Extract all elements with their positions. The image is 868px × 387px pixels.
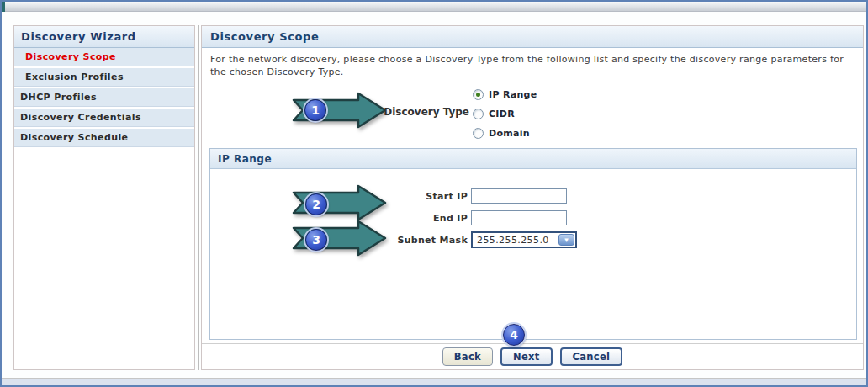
- radio-cidr-label: CIDR: [489, 109, 515, 119]
- panel-divider: [198, 25, 199, 370]
- sidebar-item-discovery-schedule[interactable]: Discovery Schedule: [14, 129, 194, 147]
- radio-option-ip-range[interactable]: IP Range: [473, 85, 537, 104]
- end-ip-input[interactable]: [471, 210, 567, 225]
- sidebar-item-discovery-credentials[interactable]: Discovery Credentials: [14, 109, 194, 127]
- dropdown-arrow-icon[interactable]: ▾: [558, 234, 574, 246]
- next-button[interactable]: Next: [500, 347, 553, 366]
- radio-ip-range-label: IP Range: [489, 89, 537, 100]
- start-ip-label: Start IP: [210, 191, 468, 202]
- radio-cidr-icon[interactable]: [473, 109, 484, 119]
- page-title: Discovery Scope: [202, 26, 863, 48]
- sidebar-item-dhcp-profiles[interactable]: DHCP Profiles: [14, 88, 194, 107]
- subnet-mask-select[interactable]: 255.255.255.0 ▾: [471, 231, 577, 248]
- corner-mark: [2, 2, 5, 12]
- sidebar-item-exclusion-profiles[interactable]: Exclusion Profiles: [14, 68, 194, 87]
- subnet-mask-label: Subnet Mask: [210, 235, 468, 246]
- subnet-mask-value: 255.255.255.0: [473, 235, 558, 246]
- radio-ip-range-icon[interactable]: [473, 89, 484, 100]
- radio-option-cidr[interactable]: CIDR: [473, 104, 537, 124]
- discovery-type-label: Discovery Type: [328, 106, 469, 118]
- step-badge-2: 2: [305, 194, 327, 215]
- back-button[interactable]: Back: [442, 347, 493, 366]
- radio-domain-icon[interactable]: [473, 128, 484, 139]
- ip-range-section: IP Range 2 3 Start IP End IP Subnet Mask…: [209, 148, 857, 340]
- discovery-wizard-sidebar: Discovery Wizard Discovery Scope Exclusi…: [13, 25, 195, 370]
- discovery-type-radio-group: IP Range CIDR Domain: [473, 85, 537, 143]
- radio-domain-label: Domain: [489, 128, 530, 139]
- ip-range-section-title: IP Range: [210, 149, 856, 169]
- discovery-scope-panel: Discovery Scope For the network discover…: [201, 25, 864, 370]
- start-ip-input[interactable]: [471, 188, 567, 204]
- step-badge-3: 3: [305, 229, 327, 251]
- step-badge-4: 4: [503, 324, 525, 346]
- footer-separator: [202, 343, 863, 344]
- window-top-bar: [2, 2, 866, 12]
- footer-buttons: Back Next Cancel: [202, 347, 863, 366]
- end-ip-label: End IP: [210, 213, 468, 224]
- cancel-button[interactable]: Cancel: [560, 347, 623, 366]
- window-bottom-strip: [2, 378, 866, 385]
- step-badge-1: 1: [304, 99, 326, 121]
- description-text: For the network discovery, please choose…: [210, 53, 860, 78]
- sidebar-title: Discovery Wizard: [14, 26, 194, 48]
- radio-option-domain[interactable]: Domain: [473, 124, 537, 143]
- window-frame: Discovery Wizard Discovery Scope Exclusi…: [0, 0, 868, 387]
- sidebar-item-discovery-scope[interactable]: Discovery Scope: [14, 48, 194, 66]
